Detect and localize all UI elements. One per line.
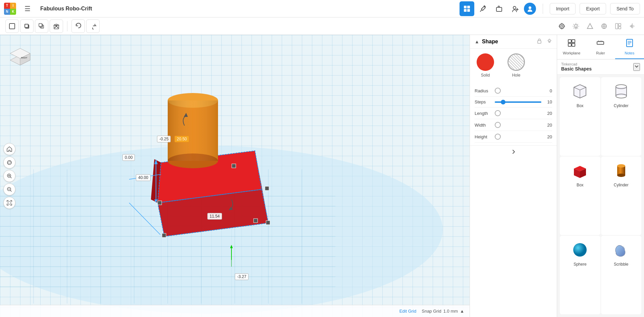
view-cube[interactable]: RIGHT <box>7 42 34 69</box>
svg-rect-2 <box>464 9 467 12</box>
solid-box-name: Box <box>577 183 584 187</box>
tinker-button[interactable] <box>476 1 490 16</box>
svg-rect-51 <box>158 201 162 205</box>
tab-workplane[interactable]: Workplane <box>557 35 586 59</box>
grid-view-button[interactable] <box>460 1 474 16</box>
svg-rect-58 <box>254 219 258 223</box>
panel-light-icon <box>547 38 552 44</box>
edit-grid-label[interactable]: Edit Grid <box>399 309 417 314</box>
width-value: 20 <box>544 123 552 128</box>
import-button[interactable]: Import <box>550 3 576 14</box>
orbit-button[interactable] <box>3 156 15 169</box>
svg-rect-21 <box>619 24 621 26</box>
user-avatar[interactable] <box>524 3 536 15</box>
solid-cylinder-name: Cylinder <box>614 183 629 187</box>
zoom-out-button[interactable] <box>3 183 15 195</box>
solid-circle <box>477 53 494 71</box>
svg-point-7 <box>529 6 531 9</box>
library-dropdown-button[interactable] <box>633 63 640 71</box>
width-circle-btn[interactable] <box>495 122 501 128</box>
export-button[interactable]: Export <box>580 3 606 14</box>
grid-icon <box>463 5 471 12</box>
steps-label: Steps <box>475 99 495 104</box>
shape-item-sphere[interactable]: Sphere <box>560 236 600 314</box>
tab-notes[interactable]: Notes <box>615 35 644 59</box>
svg-rect-81 <box>8 201 11 204</box>
shape-item-wire-cylinder[interactable]: Cylinder <box>601 77 642 156</box>
radius-circle-btn[interactable] <box>495 88 501 94</box>
redo-button[interactable] <box>86 19 100 33</box>
steps-slider[interactable] <box>495 101 541 103</box>
ruler-svg <box>596 38 605 48</box>
viewport[interactable]: RIGHT <box>0 35 470 317</box>
shape-item-scribble[interactable]: Scribble <box>601 236 642 314</box>
hole-option[interactable]: Hole <box>507 53 525 78</box>
solid-cylinder-svg <box>612 161 631 180</box>
mirror-button[interactable] <box>626 20 639 33</box>
shape-lock-button[interactable] <box>537 38 542 45</box>
delete-button[interactable] <box>50 19 63 33</box>
tab-ruler[interactable]: Ruler <box>586 35 615 59</box>
dim-label-3: 0.00 <box>122 154 135 161</box>
zoom-in-button[interactable] <box>3 170 15 182</box>
undo-button[interactable] <box>71 19 85 33</box>
panel-collapse-button[interactable]: ▲ <box>475 39 479 44</box>
logo-t: T <box>4 3 10 9</box>
copy-button[interactable] <box>20 19 34 33</box>
length-circle-btn[interactable] <box>495 110 501 116</box>
height-circle-btn[interactable] <box>495 134 501 140</box>
length-value: 20 <box>544 111 552 116</box>
shape-light-button[interactable] <box>547 38 552 45</box>
svg-point-17 <box>575 25 577 27</box>
lock-icon <box>537 38 542 44</box>
send-to-button[interactable]: Send To <box>610 3 640 14</box>
add-user-icon <box>512 5 519 12</box>
scribble-svg <box>612 240 631 259</box>
home-view-button[interactable] <box>3 143 15 155</box>
hole-label: Hole <box>512 73 521 78</box>
duplicate-button[interactable] <box>35 19 48 33</box>
add-user-button[interactable] <box>508 1 523 16</box>
new-shape-icon <box>9 23 15 30</box>
svg-rect-5 <box>496 7 502 11</box>
gallery-button[interactable] <box>492 1 506 16</box>
inspect-button[interactable] <box>555 20 568 33</box>
shape-props: Radius 0 Steps 10 Length <box>470 82 557 145</box>
home-icon <box>6 146 12 152</box>
logo-n: N <box>4 9 10 15</box>
mirror-icon <box>629 22 636 30</box>
ruler-icon <box>596 38 605 50</box>
expand-panel-button[interactable] <box>470 145 557 158</box>
light-button[interactable] <box>570 20 582 33</box>
shape-item-solid-box[interactable]: Box <box>560 156 600 235</box>
shape-item-solid-cylinder[interactable]: Cylinder <box>601 156 642 235</box>
menu-button[interactable]: ☰ <box>20 1 35 16</box>
app-logo: T I N K <box>4 3 16 15</box>
shapes-grid: Box Cylinder <box>557 75 644 317</box>
view-all-button[interactable] <box>3 197 15 209</box>
layout-view-button[interactable] <box>612 20 625 33</box>
snap-grid-arrow[interactable]: ▲ <box>460 309 464 314</box>
svg-rect-53 <box>266 221 270 225</box>
wire-box-preview <box>570 81 590 101</box>
steps-value: 10 <box>544 99 552 104</box>
width-row: Width 20 <box>475 119 552 131</box>
right-panel: Workplane Ruler Notes <box>557 35 644 317</box>
geometry-button[interactable] <box>584 20 596 33</box>
topbar: T I N K ☰ Fabulous Robo-Crift <box>0 0 644 17</box>
wire-cylinder-name: Cylinder <box>614 103 629 108</box>
left-tools <box>3 143 15 209</box>
shape-item-wire-box[interactable]: Box <box>560 77 600 156</box>
wire-cylinder-preview <box>611 81 631 101</box>
scribble-preview <box>611 240 631 260</box>
shape-panel-header: ▲ Shape <box>470 35 557 49</box>
radius-label: Radius <box>475 88 495 93</box>
solid-option[interactable]: Solid <box>477 53 494 78</box>
snap-grid-value[interactable]: 1.0 mm <box>443 309 458 314</box>
svg-rect-84 <box>568 40 571 43</box>
geometry2-button[interactable] <box>598 20 610 33</box>
new-shape-button[interactable] <box>5 19 19 33</box>
shapes-library-header: Tinkercad Basic Shapes <box>557 59 644 75</box>
svg-rect-89 <box>627 39 633 47</box>
svg-point-16 <box>561 25 563 27</box>
